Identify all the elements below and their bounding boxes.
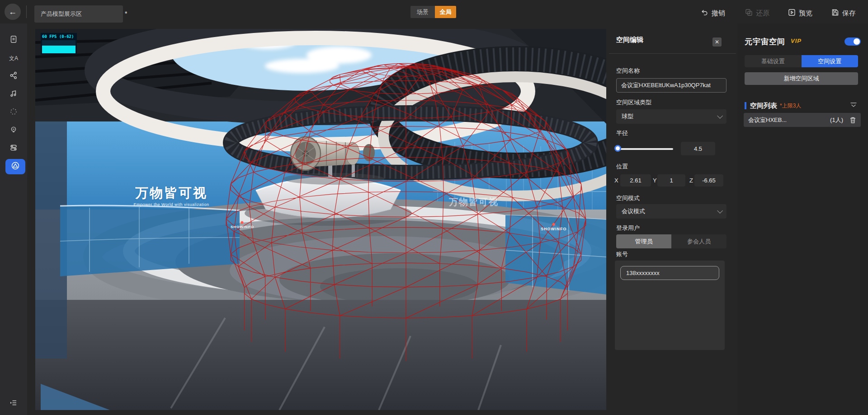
panel-title: 空间编辑 bbox=[616, 36, 643, 44]
close-icon[interactable]: ✕ bbox=[712, 37, 722, 47]
add-space-area-button[interactable]: 新增空间区域 bbox=[745, 72, 858, 85]
back-button[interactable]: ← bbox=[5, 4, 21, 20]
wall-slogan-subtitle: Empower the World with visualization bbox=[119, 202, 223, 207]
participant-tab[interactable]: 参会人员 bbox=[671, 234, 726, 248]
area-type-value: 球型 bbox=[622, 112, 633, 121]
app-root: ← * 场景 全局 撤销 还原 预览 保存 bbox=[0, 0, 868, 415]
wall-slogan-title: 万物皆可视 bbox=[124, 184, 219, 202]
redo-button[interactable]: 还原 bbox=[745, 8, 769, 19]
space-list-title: 空间列表 bbox=[750, 102, 777, 110]
space-name-label: 空间名称 bbox=[616, 67, 640, 75]
axis-z-label: Z bbox=[689, 177, 693, 184]
preview-button[interactable]: 预览 bbox=[788, 8, 812, 19]
vip-badge: VIP bbox=[791, 37, 802, 44]
sidebar-item-controls[interactable] bbox=[0, 140, 27, 157]
area-type-select[interactable]: 球型 bbox=[616, 109, 726, 124]
fps-graph bbox=[42, 40, 75, 53]
unsaved-indicator: * bbox=[125, 10, 127, 17]
showinfo-logo-left: ✹ SHOWINFO bbox=[231, 220, 254, 229]
play-icon bbox=[788, 9, 796, 18]
document-icon bbox=[9, 35, 18, 45]
panel-divider bbox=[609, 53, 736, 54]
area-type-label: 空间区域类型 bbox=[616, 98, 651, 107]
tab-space-settings[interactable]: 空间设置 bbox=[802, 55, 859, 67]
metaverse-toggle[interactable] bbox=[844, 37, 861, 46]
account-section bbox=[615, 261, 725, 350]
space-list-header: 空间列表 *上限3人 bbox=[745, 101, 858, 110]
sidebar-item-light[interactable] bbox=[0, 122, 27, 139]
admin-tab[interactable]: 管理员 bbox=[616, 234, 671, 248]
toolbar-divider bbox=[26, 5, 27, 18]
space-name-input[interactable] bbox=[616, 78, 726, 93]
login-user-segmented: 管理员 参会人员 bbox=[616, 234, 726, 248]
translate-icon: 文A bbox=[9, 56, 18, 61]
logo-mark-icon: ✹ bbox=[541, 222, 567, 227]
tab-basic-settings[interactable]: 基础设置 bbox=[745, 55, 802, 67]
undo-button[interactable]: 撤销 bbox=[701, 8, 725, 19]
login-user-label: 登录用户 bbox=[616, 224, 640, 232]
save-button[interactable]: 保存 bbox=[831, 8, 856, 19]
account-label: 账号 bbox=[616, 250, 628, 258]
project-title-input[interactable] bbox=[34, 5, 123, 23]
undo-label: 撤销 bbox=[712, 9, 725, 18]
space-item-count: (1人) bbox=[830, 116, 843, 124]
axis-y-label: Y bbox=[653, 177, 657, 184]
space-list-item[interactable]: 会议室HXEB... (1人) bbox=[744, 113, 861, 127]
showroom-render bbox=[35, 29, 606, 410]
chevron-down-icon bbox=[717, 113, 723, 119]
undo-icon bbox=[701, 9, 708, 18]
save-label: 保存 bbox=[842, 9, 856, 18]
axis-x-label: X bbox=[614, 177, 618, 184]
chevron-down-icon bbox=[717, 208, 723, 214]
space-item-name: 会议室HXEB... bbox=[748, 116, 787, 124]
top-toolbar: ← * 场景 全局 撤销 还原 预览 保存 bbox=[0, 0, 868, 23]
showinfo-logo-right: ✹ SHOWINFO bbox=[541, 222, 567, 231]
restore-icon bbox=[745, 9, 753, 18]
position-x-input[interactable]: 2.61 bbox=[620, 174, 651, 187]
sidebar-item-document[interactable] bbox=[0, 32, 27, 49]
scene-mode-button[interactable]: 场景 bbox=[410, 6, 435, 18]
position-label: 位置 bbox=[616, 163, 628, 171]
account-input[interactable] bbox=[620, 266, 719, 280]
sidebar-collapse-button[interactable] bbox=[0, 395, 27, 412]
save-icon bbox=[831, 9, 839, 18]
metaverse-title: 元宇宙空间 bbox=[745, 37, 785, 47]
menu-fold-icon bbox=[9, 399, 18, 409]
global-mode-button[interactable]: 全局 bbox=[435, 6, 456, 18]
fps-readout: 60 FPS (0-62) bbox=[41, 33, 77, 39]
radius-label: 半径 bbox=[616, 129, 628, 137]
position-z-input[interactable]: -6.65 bbox=[694, 174, 723, 187]
sidebar-item-space-area[interactable] bbox=[5, 159, 25, 174]
settings-tabs: 基础设置 空间设置 bbox=[745, 55, 858, 67]
sliders-icon bbox=[9, 144, 18, 154]
sidebar-item-music[interactable] bbox=[0, 86, 27, 103]
scene-canvas[interactable]: 万物皆可视 Empower the World with visualizati… bbox=[35, 29, 606, 410]
sidebar-item-share[interactable] bbox=[0, 68, 27, 85]
preview-label: 预览 bbox=[799, 9, 812, 18]
trash-icon[interactable] bbox=[849, 117, 856, 124]
sidebar-item-translate[interactable]: 文A bbox=[0, 50, 27, 67]
space-mode-value: 会议模式 bbox=[622, 207, 645, 215]
music-icon bbox=[9, 89, 18, 99]
accent-bar bbox=[745, 102, 746, 109]
spinner-icon bbox=[9, 107, 18, 117]
sidebar-item-loading[interactable] bbox=[0, 104, 27, 121]
fps-meter[interactable]: 60 FPS (0-62) bbox=[41, 33, 77, 55]
position-y-input[interactable]: 1 bbox=[657, 174, 685, 187]
share-icon bbox=[9, 71, 18, 81]
radius-slider-track[interactable] bbox=[616, 148, 673, 150]
tool-sidebar: 文A bbox=[0, 23, 27, 415]
redo-label: 还原 bbox=[756, 9, 769, 18]
bulb-icon bbox=[9, 126, 18, 135]
logo-mark-icon: ✹ bbox=[231, 220, 254, 225]
space-mode-label: 空间模式 bbox=[616, 194, 640, 202]
radius-slider-thumb[interactable] bbox=[614, 145, 621, 152]
space-list-limit: *上限3人 bbox=[780, 102, 801, 110]
collapse-list-icon[interactable] bbox=[850, 102, 857, 110]
metaverse-panel: 元宇宙空间 VIP 基础设置 空间设置 新增空间区域 空间列表 *上限3人 会议… bbox=[737, 23, 868, 415]
space-mode-select[interactable]: 会议模式 bbox=[616, 204, 726, 219]
radius-value-box[interactable]: 4.5 bbox=[681, 142, 715, 155]
triangle-circle-icon bbox=[11, 161, 20, 172]
wall-slogan-right: 万物皆可视 bbox=[433, 196, 514, 208]
space-edit-panel: 空间编辑 ✕ 空间名称 空间区域类型 球型 半径 4.5 位置 X 2.61 Y… bbox=[606, 23, 737, 415]
